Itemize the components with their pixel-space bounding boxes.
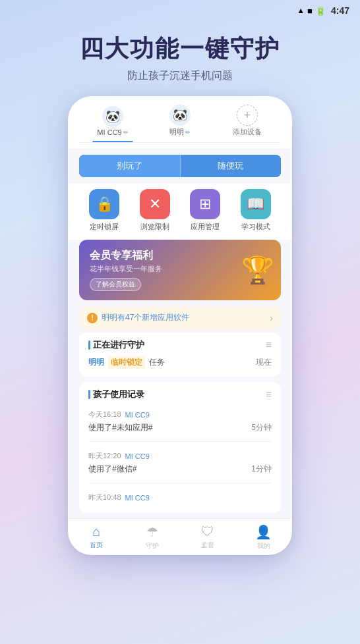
phone-mockup: 🐼 MI CC9 ✏ 🐼 明明 ✏ + 添加设备: [68, 96, 292, 555]
usage-app-1: 使用了#未知应用# 5分钟: [88, 421, 272, 435]
edit-icon-2: ✏: [185, 129, 191, 136]
add-device-label: 添加设备: [233, 127, 262, 137]
device-tab-mingming[interactable]: 🐼 明明 ✏: [146, 105, 214, 137]
stop-play-button[interactable]: 别玩了: [79, 155, 180, 177]
panda-icon-1: 🐼: [102, 106, 123, 127]
phone-inner: 🐼 MI CC9 ✏ 🐼 明明 ✏ + 添加设备: [69, 97, 291, 554]
usage-divider-1: [88, 441, 272, 442]
usage-record-1: 今天16:18 MI CC9 使用了#未知应用# 5分钟: [88, 404, 272, 437]
guarding-section: 正在进行守护 ≡ 明明 临时锁定 任务 现在: [79, 333, 281, 377]
usage-date-3: 昨天10:48 MI CC9: [88, 490, 272, 504]
usage-device-3: MI CC9: [125, 494, 150, 502]
mine-label: 我的: [257, 541, 270, 550]
notification-text: ! 明明有47个新增应用软件: [87, 312, 189, 323]
status-bar: ▲ ■ 🔋 4:47: [0, 0, 360, 18]
header-section: 四大功能一键守护 防止孩子沉迷手机问题: [0, 18, 360, 96]
member-banner[interactable]: 会员专享福利 花半年钱享受一年服务 了解会员权益 🏆: [79, 240, 281, 300]
banner-button[interactable]: 了解会员权益: [90, 278, 141, 291]
usage-record-3: 昨天10:48 MI CC9: [88, 487, 272, 506]
guarding-title: 正在进行守护: [88, 339, 144, 351]
usage-divider-2: [88, 483, 272, 483]
notification-dot: !: [87, 313, 98, 323]
usage-title: 孩子使用记录: [88, 389, 144, 400]
guarding-menu-icon[interactable]: ≡: [266, 339, 272, 351]
home-icon: ⌂: [92, 524, 100, 539]
usage-app-2: 使用了#微信# 1分钟: [88, 462, 272, 476]
guarding-time: 现在: [256, 357, 272, 368]
study-mode-label: 学习模式: [241, 222, 270, 232]
usage-duration-2: 1分钟: [251, 464, 272, 475]
guarding-row: 明明 临时锁定 任务 现在: [88, 355, 272, 370]
timed-lock-label: 定时锁屏: [90, 222, 119, 232]
feature-browser-restrict[interactable]: ✕ 浏览限制: [140, 189, 170, 232]
status-icons: ▲ ■ 🔋 4:47: [297, 5, 349, 16]
study-mode-icon: 📖: [241, 189, 271, 219]
guard-label: 守护: [146, 541, 159, 550]
usage-date-2: 昨天12:20 MI CC9: [88, 448, 272, 462]
device-tab-micc9[interactable]: 🐼 MI CC9 ✏: [79, 106, 146, 136]
monitor-label: 监督: [201, 541, 214, 550]
banner-figure: 🏆: [241, 255, 274, 286]
header-subtitle: 防止孩子沉迷手机问题: [13, 69, 347, 83]
device-name-2: 明明 ✏: [169, 127, 191, 137]
signal-icon: ▲: [297, 6, 305, 15]
feature-app-manage[interactable]: ⊞ 应用管理: [190, 189, 220, 232]
wifi-icon: ■: [307, 6, 313, 16]
guard-icon: ☂: [146, 524, 158, 540]
notification-arrow: ›: [270, 313, 273, 323]
usage-device-2: MI CC9: [125, 452, 150, 460]
app-manage-icon: ⊞: [190, 189, 220, 219]
browser-restrict-icon: ✕: [140, 189, 170, 219]
control-buttons: 别玩了 随便玩: [79, 155, 281, 177]
home-label: 首页: [90, 541, 103, 550]
device-name-1: MI CC9 ✏: [97, 128, 128, 136]
status-time: 4:47: [331, 5, 349, 16]
bottom-nav: ⌂ 首页 ☂ 守护 🛡 监督 👤 我的: [69, 518, 291, 554]
monitor-icon: 🛡: [201, 524, 214, 539]
nav-mine[interactable]: 👤 我的: [236, 524, 292, 550]
usage-section: 孩子使用记录 ≡ 今天16:18 MI CC9 使用了#未知应用# 5分钟 昨天…: [79, 382, 281, 513]
guarding-device: 明明: [88, 357, 104, 368]
mine-icon: 👤: [255, 524, 272, 540]
usage-menu-icon[interactable]: ≡: [266, 389, 272, 400]
phone-topbar: 🐼 MI CC9 ✏ 🐼 明明 ✏ + 添加设备: [69, 97, 291, 148]
nav-monitor[interactable]: 🛡 监督: [180, 524, 236, 550]
usage-duration-1: 5分钟: [251, 422, 272, 433]
usage-record-2: 昨天12:20 MI CC9 使用了#微信# 1分钟: [88, 446, 272, 479]
add-device-tab[interactable]: + 添加设备: [214, 105, 281, 137]
guarding-header: 正在进行守护 ≡: [88, 339, 272, 351]
battery-icon: 🔋: [315, 6, 326, 16]
edit-icon-1: ✏: [123, 129, 129, 136]
browser-restrict-label: 浏览限制: [140, 222, 169, 232]
header-title: 四大功能一键守护: [13, 34, 347, 63]
feature-study-mode[interactable]: 📖 学习模式: [241, 189, 271, 232]
usage-date-1: 今天16:18 MI CC9: [88, 407, 272, 421]
feature-timed-lock[interactable]: 🔒 定时锁屏: [89, 189, 119, 232]
usage-header: 孩子使用记录 ≡: [88, 389, 272, 400]
timed-lock-icon: 🔒: [89, 189, 119, 219]
free-play-button[interactable]: 随便玩: [181, 155, 282, 177]
usage-device-1: MI CC9: [125, 411, 150, 419]
notification-bar[interactable]: ! 明明有47个新增应用软件 ›: [79, 307, 281, 329]
panda-icon-2: 🐼: [169, 105, 191, 126]
nav-home[interactable]: ⌂ 首页: [69, 524, 125, 550]
feature-grid: 🔒 定时锁屏 ✕ 浏览限制 ⊞ 应用管理 📖 学习模式: [69, 184, 291, 240]
app-manage-label: 应用管理: [191, 222, 220, 232]
device-tabs: 🐼 MI CC9 ✏ 🐼 明明 ✏ + 添加设备: [79, 105, 281, 143]
nav-guard[interactable]: ☂ 守护: [125, 524, 181, 550]
guarding-text: 任务: [149, 357, 165, 368]
add-device-icon: +: [237, 105, 258, 126]
guarding-tag: 临时锁定: [108, 356, 145, 369]
